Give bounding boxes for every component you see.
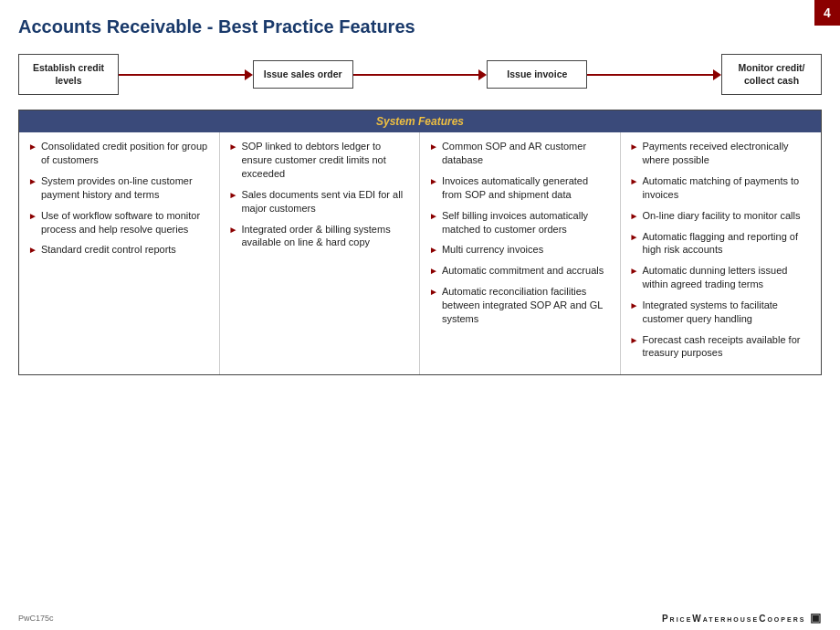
list-item: ► Invoices automatically generated from … — [429, 174, 611, 202]
list-item: ► Automatic flagging and reporting of hi… — [630, 230, 813, 257]
list-item: ► Forecast cash receipts available for t… — [630, 333, 813, 361]
bullet-icon: ► — [630, 231, 639, 244]
bullet-icon: ► — [630, 141, 639, 153]
process-step-3: Issue invoice — [487, 60, 587, 89]
list-item: ► Self billing invoices automatically ma… — [429, 209, 611, 236]
list-item: ► SOP linked to debtors ledger to ensure… — [229, 140, 411, 181]
list-item: ► Integrated order & billing systems ava… — [229, 223, 411, 250]
system-features-label: System Features — [376, 115, 464, 128]
footer: PwC175c PriceWaterhouseCoopers ▣ — [0, 611, 840, 625]
system-features-header: System Features — [19, 110, 821, 132]
bullet-icon: ► — [429, 265, 438, 278]
list-item: ► On-line diary facility to monitor call… — [630, 209, 813, 223]
features-col-2: ► SOP linked to debtors ledger to ensure… — [220, 132, 421, 374]
list-item: ► Use of workflow software to monitor pr… — [28, 209, 210, 236]
bullet-icon: ► — [28, 141, 37, 153]
list-item: ► Automatic matching of payments to invo… — [630, 174, 813, 202]
bullet-icon: ► — [630, 334, 639, 347]
bullet-icon: ► — [229, 189, 238, 202]
bullet-icon: ► — [429, 175, 438, 188]
process-step-2: Issue sales order — [253, 60, 353, 89]
list-item: ► Consolidated credit position for group… — [28, 140, 210, 167]
bullet-icon: ► — [28, 244, 37, 257]
process-flow: Establish creditlevels Issue sales order… — [0, 47, 840, 102]
bullet-icon: ► — [630, 210, 639, 223]
list-item: ► Automatic dunning letters issued withi… — [630, 264, 813, 291]
footer-code: PwC175c — [18, 614, 54, 623]
features-col-1: ► Consolidated credit position for group… — [19, 132, 220, 374]
list-item: ► Sales documents sent via EDI for all m… — [229, 188, 411, 215]
page-title: Accounts Receivable - Best Practice Feat… — [0, 0, 840, 47]
system-features-section: System Features ► Consolidated credit po… — [18, 110, 822, 375]
bullet-icon: ► — [429, 286, 438, 299]
list-item: ► Automatic reconciliation facilities be… — [429, 285, 611, 326]
bullet-icon: ► — [630, 265, 639, 278]
page-number: 4 — [814, 0, 840, 26]
list-item: ► Common SOP and AR customer database — [429, 140, 611, 167]
bullet-icon: ► — [229, 224, 238, 236]
bullet-icon: ► — [429, 210, 438, 223]
bullet-icon: ► — [630, 175, 639, 188]
features-col-4: ► Payments received electronically where… — [621, 132, 822, 374]
list-item: ► Standard credit control reports — [28, 243, 210, 257]
bullet-icon: ► — [28, 210, 37, 223]
arrow-2 — [353, 69, 488, 80]
process-step-1: Establish creditlevels — [18, 54, 119, 95]
list-item: ► Integrated systems to facilitate custo… — [630, 299, 813, 326]
pwc-logo: PriceWaterhouseCoopers ▣ — [662, 611, 822, 625]
bullet-icon: ► — [429, 141, 438, 153]
list-item: ► Automatic commitment and accruals — [429, 264, 611, 278]
list-item: ► System provides on-line customer payme… — [28, 174, 210, 202]
process-step-4: Monitor credit/collect cash — [721, 54, 822, 95]
arrow-3 — [587, 69, 721, 80]
arrow-1 — [119, 69, 253, 80]
bullet-icon: ► — [229, 141, 238, 153]
features-grid: ► Consolidated credit position for group… — [19, 132, 821, 374]
bullet-icon: ► — [28, 175, 37, 188]
list-item: ► Multi currency invoices — [429, 243, 611, 257]
list-item: ► Payments received electronically where… — [630, 140, 813, 167]
features-col-3: ► Common SOP and AR customer database ► … — [420, 132, 621, 374]
bullet-icon: ► — [429, 244, 438, 257]
bullet-icon: ► — [630, 299, 639, 312]
